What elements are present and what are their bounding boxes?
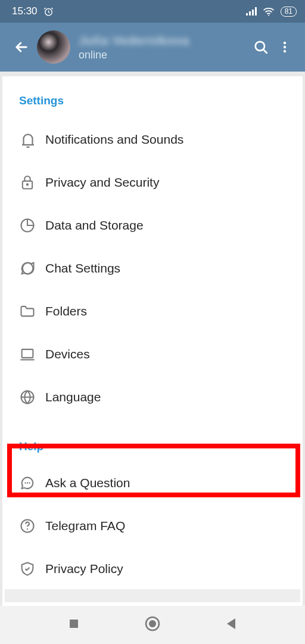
svg-point-8	[284, 46, 286, 48]
nav-back-button[interactable]	[225, 617, 237, 633]
row-data[interactable]: Data and Storage	[2, 204, 303, 247]
bell-icon	[19, 131, 45, 148]
svg-point-15	[24, 482, 26, 484]
question-icon	[19, 518, 45, 534]
section-title-help: Help	[2, 419, 303, 462]
svg-point-22	[149, 620, 156, 627]
app-header: Julia Vedernikova online	[0, 23, 305, 72]
row-language[interactable]: Language	[2, 376, 303, 419]
svg-rect-20	[70, 620, 78, 628]
svg-rect-4	[255, 7, 257, 16]
label-policy: Privacy Policy	[45, 562, 303, 576]
globe-icon	[19, 389, 45, 405]
svg-rect-3	[252, 10, 254, 16]
more-button[interactable]	[273, 40, 297, 54]
row-ask[interactable]: Ask a Question	[2, 462, 303, 504]
svg-rect-2	[249, 11, 251, 16]
label-folders: Folders	[45, 304, 303, 318]
row-privacy[interactable]: Privacy and Security	[2, 161, 303, 204]
row-faq[interactable]: Telegram FAQ	[2, 504, 303, 547]
svg-point-17	[29, 482, 30, 484]
label-devices: Devices	[45, 347, 303, 361]
label-privacy: Privacy and Security	[45, 175, 303, 190]
svg-rect-1	[246, 13, 248, 16]
label-chat: Chat Settings	[45, 261, 303, 275]
settings-content: Settings Notifications and Sounds Privac…	[2, 76, 303, 640]
signal-icon	[246, 7, 257, 16]
status-time: 15:30	[12, 5, 38, 17]
chat-bubble-icon	[19, 260, 45, 277]
status-bar: 15:30 81	[0, 0, 305, 23]
lock-icon	[19, 174, 45, 191]
message-dots-icon	[19, 475, 45, 491]
folder-icon	[19, 303, 45, 320]
shield-check-icon	[19, 561, 45, 577]
svg-point-16	[27, 482, 28, 484]
row-folders[interactable]: Folders	[2, 290, 303, 333]
navigation-bar	[0, 606, 305, 644]
section-title-settings: Settings	[2, 94, 303, 118]
svg-point-9	[284, 50, 286, 52]
nav-recent-button[interactable]	[68, 618, 80, 632]
row-notifications[interactable]: Notifications and Sounds	[2, 118, 303, 161]
back-button[interactable]	[13, 39, 37, 55]
search-button[interactable]	[249, 39, 273, 55]
avatar[interactable]	[37, 30, 70, 64]
battery-indicator: 81	[281, 7, 297, 17]
svg-point-11	[27, 184, 28, 185]
row-chat[interactable]: Chat Settings	[2, 247, 303, 290]
row-devices[interactable]: Devices	[2, 333, 303, 376]
label-data: Data and Storage	[45, 218, 303, 233]
svg-point-7	[284, 42, 286, 44]
svg-point-19	[27, 528, 28, 530]
label-language: Language	[45, 390, 303, 404]
alarm-icon	[43, 7, 54, 17]
label-faq: Telegram FAQ	[45, 519, 303, 533]
laptop-icon	[19, 346, 45, 363]
profile-name: Julia Vedernikova	[79, 33, 249, 48]
nav-home-button[interactable]	[144, 615, 161, 634]
row-policy[interactable]: Privacy Policy	[2, 547, 303, 590]
svg-rect-13	[22, 349, 33, 358]
svg-point-5	[268, 14, 269, 16]
label-notifications: Notifications and Sounds	[45, 132, 303, 147]
bottom-gap	[5, 589, 300, 602]
pie-chart-icon	[19, 217, 45, 234]
label-ask: Ask a Question	[45, 476, 303, 490]
wifi-icon	[263, 7, 275, 16]
profile-status: online	[79, 49, 249, 61]
